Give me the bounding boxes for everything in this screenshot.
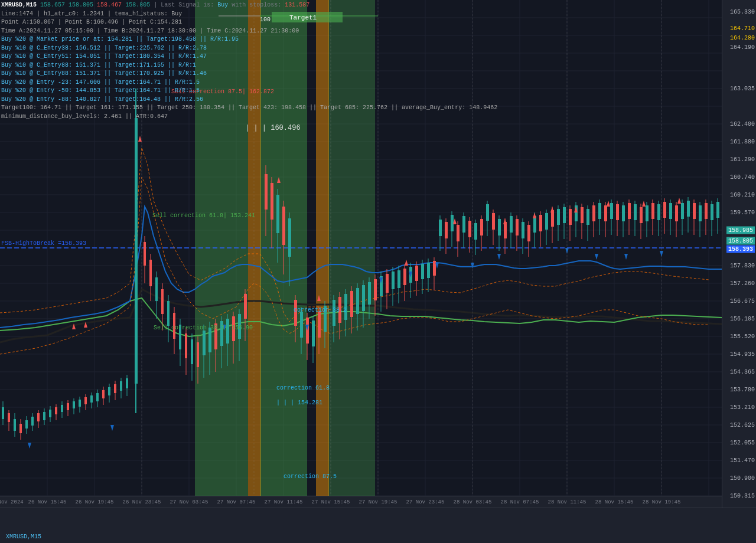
time-6: 27 Nov 11:45 — [265, 499, 303, 505]
time-10: 28 Nov 03:45 — [454, 499, 492, 505]
time-2: 26 Nov 19:45 — [76, 499, 114, 505]
svg-rect-46 — [328, 0, 375, 508]
svg-rect-215 — [498, 219, 501, 235]
svg-rect-277 — [681, 203, 684, 219]
svg-rect-143 — [282, 207, 285, 245]
svg-rect-173 — [374, 279, 377, 300]
svg-rect-231 — [545, 213, 548, 230]
svg-rect-281 — [693, 203, 696, 219]
svg-rect-109 — [167, 301, 170, 326]
svg-rect-183 — [403, 269, 406, 285]
time-4: 27 Nov 03:45 — [170, 499, 208, 505]
svg-rect-107 — [161, 289, 164, 314]
svg-rect-267 — [651, 203, 654, 219]
price-157-26: 157.260 — [730, 280, 755, 287]
svg-rect-65 — [31, 417, 34, 426]
time-0: 25 Nov 2024 — [0, 499, 24, 505]
svg-text:100: 100 — [260, 17, 271, 23]
svg-rect-97 — [126, 378, 128, 388]
price-151-47: 151.470 — [730, 457, 755, 464]
svg-rect-87 — [96, 393, 99, 401]
price-scale: 158.985 158.805 158.393 165.330 164.710 … — [722, 0, 756, 508]
price-162: 162.400 — [730, 121, 755, 127]
svg-rect-167 — [356, 288, 359, 314]
svg-rect-123 — [208, 328, 211, 352]
svg-rect-79 — [73, 401, 75, 408]
svg-rect-121 — [203, 331, 206, 355]
svg-rect-73 — [55, 407, 57, 414]
price-155-52: 155.520 — [730, 333, 755, 340]
price-161-29: 161.290 — [730, 156, 755, 163]
price-160-74: 160.740 — [730, 174, 755, 181]
svg-rect-48 — [316, 0, 329, 508]
time-14: 28 Nov 19:45 — [643, 499, 681, 505]
price-164-190: 164.190 — [730, 44, 755, 51]
time-13: 28 Nov 15:45 — [595, 499, 634, 505]
svg-rect-115 — [185, 333, 187, 358]
svg-rect-243 — [581, 207, 584, 223]
svg-rect-199 — [451, 215, 454, 231]
time-12: 28 Nov 11:45 — [548, 499, 586, 505]
svg-rect-287 — [711, 204, 713, 220]
time-axis: 25 Nov 2024 26 Nov 15:45 26 Nov 19:45 26… — [0, 496, 722, 508]
price-163: 163.035 — [730, 86, 755, 92]
chart-svg: Target1 100 Sell correction 61.8| 153.24… — [0, 0, 722, 508]
svg-rect-165 — [350, 291, 353, 317]
svg-rect-191 — [427, 263, 430, 278]
svg-rect-75 — [61, 405, 63, 412]
svg-rect-245 — [586, 209, 589, 225]
svg-rect-103 — [149, 260, 152, 286]
svg-rect-151 — [306, 318, 309, 344]
svg-rect-117 — [191, 339, 193, 364]
svg-rect-153 — [312, 320, 315, 346]
svg-rect-141 — [276, 195, 279, 233]
svg-rect-57 — [8, 413, 10, 422]
svg-rect-211 — [486, 204, 489, 221]
svg-rect-93 — [114, 384, 116, 393]
svg-rect-197 — [445, 222, 448, 238]
svg-rect-149 — [300, 312, 303, 338]
svg-rect-229 — [539, 215, 542, 231]
svg-rect-283 — [699, 205, 702, 221]
price-high-label: 158.985 — [726, 227, 755, 234]
svg-rect-71 — [49, 410, 51, 417]
bottom-panel: XMRUSD,M15 — [0, 508, 756, 543]
price-156-67: 156.675 — [730, 298, 755, 305]
price-current-label: 158.805 — [726, 238, 755, 244]
price-153-78: 153.780 — [730, 387, 755, 393]
svg-rect-179 — [392, 272, 395, 289]
svg-rect-195 — [439, 220, 442, 236]
price-157-83: 157.830 — [730, 263, 755, 269]
svg-rect-209 — [480, 219, 483, 235]
svg-rect-85 — [90, 395, 93, 403]
svg-rect-265 — [646, 205, 649, 221]
svg-rect-289 — [716, 202, 719, 218]
svg-rect-239 — [569, 209, 572, 225]
svg-rect-275 — [675, 205, 678, 221]
svg-rect-237 — [563, 207, 566, 223]
svg-rect-269 — [657, 204, 660, 220]
svg-text:Sell correction 61.8| 153.241: Sell correction 61.8| 153.241 — [152, 212, 255, 219]
time-11: 28 Nov 07:45 — [501, 499, 539, 505]
svg-text:Sell correction 87.5| 162.872: Sell correction 87.5| 162.872 — [171, 89, 274, 95]
svg-rect-129 — [226, 319, 229, 344]
svg-rect-263 — [640, 207, 643, 223]
svg-rect-171 — [368, 282, 371, 305]
price-152-62: 152.625 — [730, 422, 755, 428]
svg-rect-77 — [67, 403, 69, 410]
svg-rect-101 — [144, 242, 146, 266]
svg-rect-81 — [79, 400, 81, 407]
svg-rect-137 — [265, 174, 268, 210]
svg-text:| | | 160.496: | | | 160.496 — [245, 124, 301, 132]
time-5: 27 Nov 07:45 — [217, 499, 256, 505]
price-156-10: 156.105 — [730, 316, 755, 322]
svg-rect-223 — [522, 222, 524, 238]
svg-rect-139 — [271, 183, 273, 220]
svg-rect-61 — [19, 424, 22, 433]
svg-rect-135 — [244, 294, 247, 319]
price-164-710: 164.710 — [730, 25, 755, 32]
svg-rect-181 — [397, 270, 400, 288]
svg-rect-213 — [492, 213, 495, 230]
svg-rect-273 — [669, 203, 672, 219]
price-152-05: 152.055 — [730, 440, 755, 446]
